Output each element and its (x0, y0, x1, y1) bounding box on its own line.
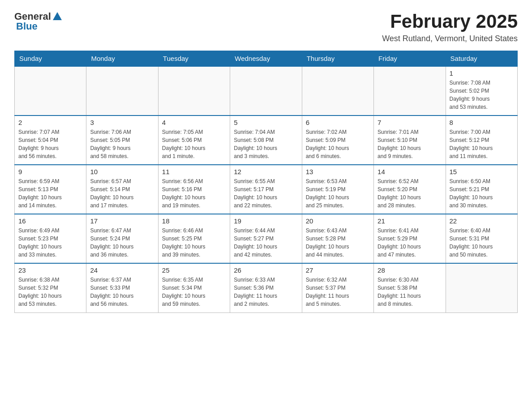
calendar-header-sunday: Sunday (15, 51, 86, 67)
calendar-cell: 7Sunrise: 7:01 AMSunset: 5:10 PMDaylight… (374, 116, 446, 165)
calendar-cell: 28Sunrise: 6:30 AMSunset: 5:38 PMDayligh… (374, 263, 446, 313)
day-info: Sunrise: 6:32 AMSunset: 5:37 PMDaylight:… (306, 276, 370, 308)
day-info: Sunrise: 7:01 AMSunset: 5:10 PMDaylight:… (378, 128, 442, 160)
calendar-cell (446, 263, 517, 313)
day-info: Sunrise: 6:40 AMSunset: 5:31 PMDaylight:… (450, 227, 514, 259)
day-number: 24 (90, 266, 154, 274)
calendar-cell: 20Sunrise: 6:43 AMSunset: 5:28 PMDayligh… (302, 214, 373, 263)
day-info: Sunrise: 6:33 AMSunset: 5:36 PMDaylight:… (234, 276, 298, 308)
calendar-week-row: 1Sunrise: 7:08 AMSunset: 5:02 PMDaylight… (15, 66, 518, 116)
calendar-cell: 26Sunrise: 6:33 AMSunset: 5:36 PMDayligh… (230, 263, 302, 313)
calendar-cell: 5Sunrise: 7:04 AMSunset: 5:08 PMDaylight… (230, 116, 302, 165)
day-number: 15 (450, 168, 514, 176)
calendar-header-friday: Friday (374, 51, 446, 67)
day-info: Sunrise: 6:30 AMSunset: 5:38 PMDaylight:… (378, 276, 442, 308)
calendar-cell: 3Sunrise: 7:06 AMSunset: 5:05 PMDaylight… (86, 116, 158, 165)
day-info: Sunrise: 7:05 AMSunset: 5:06 PMDaylight:… (162, 128, 226, 160)
logo-triangle-icon (53, 12, 62, 20)
calendar-cell: 17Sunrise: 6:47 AMSunset: 5:24 PMDayligh… (86, 214, 158, 263)
calendar-week-row: 9Sunrise: 6:59 AMSunset: 5:13 PMDaylight… (15, 165, 518, 214)
calendar-cell: 14Sunrise: 6:52 AMSunset: 5:20 PMDayligh… (374, 165, 446, 214)
calendar-cell (158, 66, 230, 116)
day-info: Sunrise: 6:50 AMSunset: 5:21 PMDaylight:… (450, 177, 514, 210)
day-number: 14 (378, 168, 442, 176)
day-info: Sunrise: 6:59 AMSunset: 5:13 PMDaylight:… (18, 177, 82, 210)
calendar-header-monday: Monday (86, 51, 158, 67)
calendar-cell: 27Sunrise: 6:32 AMSunset: 5:37 PMDayligh… (302, 263, 373, 313)
calendar-cell: 22Sunrise: 6:40 AMSunset: 5:31 PMDayligh… (446, 214, 517, 263)
day-number: 16 (18, 217, 82, 225)
calendar-cell: 12Sunrise: 6:55 AMSunset: 5:17 PMDayligh… (230, 165, 302, 214)
calendar-header-tuesday: Tuesday (158, 51, 230, 67)
day-info: Sunrise: 6:57 AMSunset: 5:14 PMDaylight:… (90, 177, 154, 210)
calendar-header-row: SundayMondayTuesdayWednesdayThursdayFrid… (15, 51, 518, 67)
calendar-cell: 8Sunrise: 7:00 AMSunset: 5:12 PMDaylight… (446, 116, 517, 165)
day-number: 1 (450, 69, 514, 77)
day-info: Sunrise: 6:43 AMSunset: 5:28 PMDaylight:… (306, 227, 370, 259)
day-number: 5 (234, 119, 298, 126)
day-info: Sunrise: 6:44 AMSunset: 5:27 PMDaylight:… (234, 227, 298, 259)
calendar-week-row: 23Sunrise: 6:38 AMSunset: 5:32 PMDayligh… (15, 263, 518, 313)
logo: General Blue (14, 11, 62, 32)
day-info: Sunrise: 6:49 AMSunset: 5:23 PMDaylight:… (18, 227, 82, 259)
day-info: Sunrise: 7:06 AMSunset: 5:05 PMDaylight:… (90, 128, 154, 160)
logo-blue-label: Blue (14, 21, 38, 32)
calendar-week-row: 2Sunrise: 7:07 AMSunset: 5:04 PMDaylight… (15, 116, 518, 165)
calendar-cell: 4Sunrise: 7:05 AMSunset: 5:06 PMDaylight… (158, 116, 230, 165)
calendar-cell: 13Sunrise: 6:53 AMSunset: 5:19 PMDayligh… (302, 165, 373, 214)
day-info: Sunrise: 6:47 AMSunset: 5:24 PMDaylight:… (90, 227, 154, 259)
day-info: Sunrise: 6:35 AMSunset: 5:34 PMDaylight:… (162, 276, 226, 308)
day-info: Sunrise: 6:53 AMSunset: 5:19 PMDaylight:… (306, 177, 370, 210)
location-title: West Rutland, Vermont, United States (382, 34, 518, 43)
day-number: 27 (306, 266, 370, 274)
calendar-header-wednesday: Wednesday (230, 51, 302, 67)
calendar-header-saturday: Saturday (446, 51, 517, 67)
day-number: 12 (234, 168, 298, 176)
day-number: 11 (162, 168, 226, 176)
calendar-cell (86, 66, 158, 116)
calendar-header-thursday: Thursday (302, 51, 373, 67)
day-info: Sunrise: 6:52 AMSunset: 5:20 PMDaylight:… (378, 177, 442, 210)
calendar-cell (302, 66, 373, 116)
calendar-cell: 21Sunrise: 6:41 AMSunset: 5:29 PMDayligh… (374, 214, 446, 263)
day-info: Sunrise: 6:41 AMSunset: 5:29 PMDaylight:… (378, 227, 442, 259)
day-number: 10 (90, 168, 154, 176)
calendar-cell: 16Sunrise: 6:49 AMSunset: 5:23 PMDayligh… (15, 214, 86, 263)
calendar-cell: 18Sunrise: 6:46 AMSunset: 5:25 PMDayligh… (158, 214, 230, 263)
day-info: Sunrise: 6:55 AMSunset: 5:17 PMDaylight:… (234, 177, 298, 210)
day-number: 8 (450, 119, 514, 126)
day-number: 17 (90, 217, 154, 225)
calendar-table: SundayMondayTuesdayWednesdayThursdayFrid… (14, 51, 518, 313)
calendar-cell (374, 66, 446, 116)
day-number: 25 (162, 266, 226, 274)
day-number: 21 (378, 217, 442, 225)
calendar-cell: 2Sunrise: 7:07 AMSunset: 5:04 PMDaylight… (15, 116, 86, 165)
day-number: 6 (306, 119, 370, 126)
day-number: 13 (306, 168, 370, 176)
day-info: Sunrise: 7:08 AMSunset: 5:02 PMDaylight:… (450, 79, 514, 111)
calendar-week-row: 16Sunrise: 6:49 AMSunset: 5:23 PMDayligh… (15, 214, 518, 263)
title-section: February 2025 West Rutland, Vermont, Uni… (382, 11, 518, 43)
calendar-cell: 25Sunrise: 6:35 AMSunset: 5:34 PMDayligh… (158, 263, 230, 313)
calendar-cell: 11Sunrise: 6:56 AMSunset: 5:16 PMDayligh… (158, 165, 230, 214)
day-info: Sunrise: 6:37 AMSunset: 5:33 PMDaylight:… (90, 276, 154, 308)
calendar-cell: 6Sunrise: 7:02 AMSunset: 5:09 PMDaylight… (302, 116, 373, 165)
day-info: Sunrise: 7:00 AMSunset: 5:12 PMDaylight:… (450, 128, 514, 160)
calendar-cell (15, 66, 86, 116)
month-title: February 2025 (382, 11, 518, 32)
day-info: Sunrise: 6:56 AMSunset: 5:16 PMDaylight:… (162, 177, 226, 210)
calendar-cell: 15Sunrise: 6:50 AMSunset: 5:21 PMDayligh… (446, 165, 517, 214)
page-header: General Blue February 2025 West Rutland,… (14, 11, 518, 43)
calendar-cell (230, 66, 302, 116)
day-number: 20 (306, 217, 370, 225)
calendar-cell: 19Sunrise: 6:44 AMSunset: 5:27 PMDayligh… (230, 214, 302, 263)
day-number: 9 (18, 168, 82, 176)
day-info: Sunrise: 6:46 AMSunset: 5:25 PMDaylight:… (162, 227, 226, 259)
day-number: 28 (378, 266, 442, 274)
day-number: 3 (90, 119, 154, 126)
day-info: Sunrise: 6:38 AMSunset: 5:32 PMDaylight:… (18, 276, 82, 308)
calendar-cell: 10Sunrise: 6:57 AMSunset: 5:14 PMDayligh… (86, 165, 158, 214)
calendar-cell: 1Sunrise: 7:08 AMSunset: 5:02 PMDaylight… (446, 66, 517, 116)
day-number: 7 (378, 119, 442, 126)
day-number: 19 (234, 217, 298, 225)
